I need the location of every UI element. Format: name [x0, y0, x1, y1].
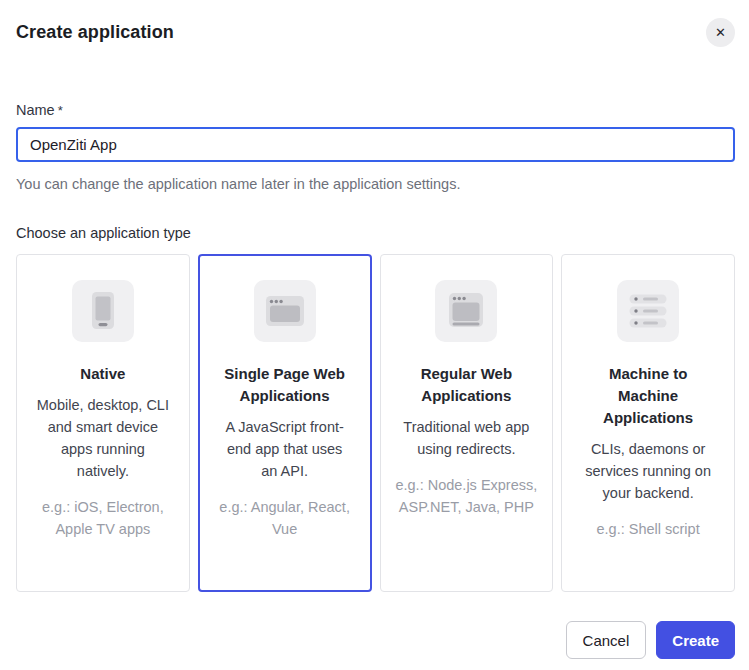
browser-window-icon — [254, 280, 316, 342]
mobile-phone-icon — [72, 280, 134, 342]
card-description: A JavaScript front-end app that uses an … — [218, 416, 352, 482]
card-title: Single Page Web Applications — [219, 363, 351, 407]
card-example: e.g.: Node.js Express, ASP.NET, Java, PH… — [393, 474, 541, 518]
application-type-grid: Native Mobile, desktop, CLI and smart de… — [16, 254, 735, 592]
required-marker: * — [58, 103, 63, 118]
card-description: CLIs, daemons or services running on you… — [581, 438, 715, 504]
modal-footer: Cancel Create — [16, 621, 735, 659]
type-card-single-page-web[interactable]: Single Page Web Applications A JavaScrip… — [198, 254, 372, 592]
name-field-label: Name* — [16, 102, 735, 118]
card-title: Native — [37, 363, 169, 385]
type-card-native[interactable]: Native Mobile, desktop, CLI and smart de… — [16, 254, 190, 592]
type-card-regular-web[interactable]: Regular Web Applications Traditional web… — [380, 254, 554, 592]
card-example: e.g.: iOS, Electron, Apple TV apps — [29, 496, 177, 540]
card-example: e.g.: Angular, React, Vue — [211, 496, 359, 540]
icon-tile — [72, 280, 134, 342]
card-title: Machine to Machine Applications — [582, 363, 714, 429]
modal-header: Create application ✕ — [16, 17, 735, 47]
card-description: Traditional web app using redirects. — [399, 416, 533, 460]
card-example: e.g.: Shell script — [574, 518, 722, 540]
type-card-machine-to-machine[interactable]: Machine to Machine Applications CLIs, da… — [561, 254, 735, 592]
icon-tile — [435, 280, 497, 342]
server-stack-icon — [617, 280, 679, 342]
card-title: Regular Web Applications — [400, 363, 532, 407]
name-helper-text: You can change the application name late… — [16, 176, 735, 192]
modal-title: Create application — [16, 22, 174, 43]
web-server-window-icon — [435, 280, 497, 342]
close-button[interactable]: ✕ — [706, 18, 735, 47]
icon-tile — [254, 280, 316, 342]
close-icon: ✕ — [715, 26, 726, 39]
create-application-modal: Create application ✕ Name* You can chang… — [0, 0, 749, 670]
create-button[interactable]: Create — [656, 621, 735, 659]
application-name-input[interactable] — [16, 127, 735, 162]
cancel-button[interactable]: Cancel — [566, 621, 647, 659]
application-type-section-label: Choose an application type — [16, 225, 735, 241]
icon-tile — [617, 280, 679, 342]
card-description: Mobile, desktop, CLI and smart device ap… — [36, 394, 170, 482]
